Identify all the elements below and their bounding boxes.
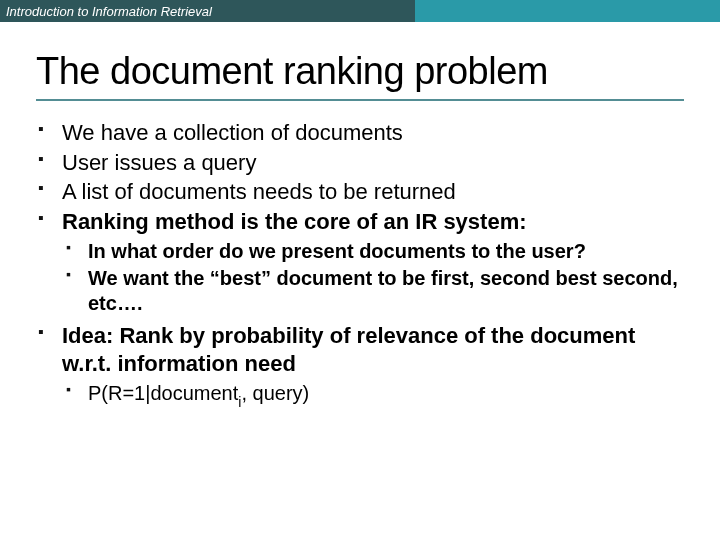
bullet-1: We have a collection of documents (36, 119, 684, 147)
bullet-4: Ranking method is the core of an IR syst… (36, 208, 684, 317)
bullet-2: User issues a query (36, 149, 684, 177)
header-left: Introduction to Information Retrieval (0, 0, 415, 22)
bullet-3: A list of documents needs to be returned (36, 178, 684, 206)
header-bar: Introduction to Information Retrieval (0, 0, 720, 22)
title-underline (36, 99, 684, 101)
slide-title: The document ranking problem (36, 50, 720, 93)
slide-body: We have a collection of documents User i… (36, 119, 684, 410)
bullet-4-1: In what order do we present documents to… (62, 239, 684, 264)
bullet-4-2: We want the “best” document to be first,… (62, 266, 684, 316)
bullet-5: Idea: Rank by probability of relevance o… (36, 322, 684, 410)
header-right (415, 0, 720, 22)
header-text: Introduction to Information Retrieval (6, 4, 212, 19)
bullet-5-1: P(R=1|documenti, query) (62, 381, 684, 410)
